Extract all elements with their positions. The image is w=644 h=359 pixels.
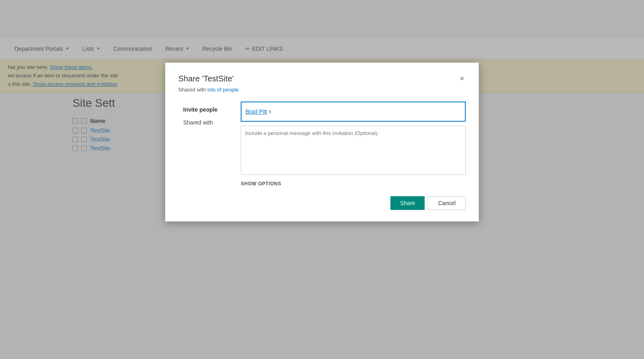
message-textarea[interactable]	[241, 126, 466, 175]
person-tag-name[interactable]: Brad Pitt	[246, 108, 267, 115]
modal-nav-shared-with[interactable]: Shared with	[178, 116, 241, 129]
lots-of-people-link[interactable]: lots of people	[207, 87, 238, 93]
modal-footer: Share Cancel	[241, 196, 466, 210]
subtitle-text: Shared with	[178, 87, 206, 93]
modal-nav-invite-people[interactable]: Invite people	[178, 103, 241, 116]
share-modal: Share 'TestSite' × Shared with lots of p…	[165, 62, 479, 222]
person-tag-brad-pitt: Brad Pitt x	[246, 108, 271, 115]
modal-header: Share 'TestSite' ×	[178, 74, 466, 83]
share-button[interactable]: Share	[390, 196, 425, 210]
modal-nav: Invite people Shared with	[178, 102, 241, 210]
modal-subtitle: Shared with lots of people	[178, 87, 466, 93]
modal-body: Invite people Shared with Brad Pitt x SH…	[178, 102, 466, 210]
modal-close-button[interactable]: ×	[458, 74, 466, 83]
show-options-toggle[interactable]: SHOW OPTIONS	[241, 181, 466, 187]
modal-content-area: Brad Pitt x SHOW OPTIONS Share Cancel	[241, 102, 466, 210]
modal-title: Share 'TestSite'	[178, 74, 234, 83]
cancel-button[interactable]: Cancel	[428, 196, 466, 210]
people-input-box[interactable]: Brad Pitt x	[241, 102, 466, 122]
remove-person-button[interactable]: x	[269, 109, 271, 114]
